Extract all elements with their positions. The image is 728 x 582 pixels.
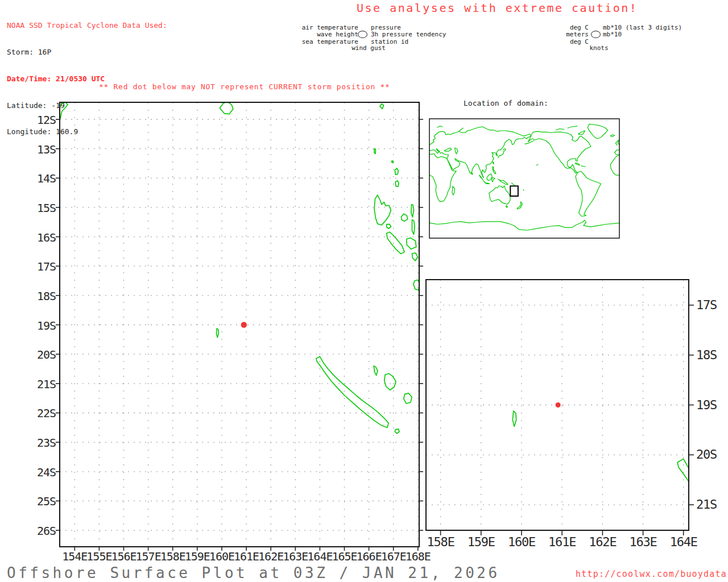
island-outline: [374, 366, 378, 376]
world-coastline: [610, 135, 614, 137]
buoy-plot-page: NOAA SSD Tropical Cyclone Data Used: Sto…: [0, 0, 728, 582]
axis-label: 168E: [401, 550, 435, 563]
world-coastline: [452, 186, 455, 195]
island-outline: [374, 195, 391, 225]
units-legend-right-column: mb*10 (last 3 digits) mb*10: [603, 24, 682, 39]
world-coastline: [523, 190, 524, 190]
world-coastline: [492, 178, 495, 182]
world-coastline: [455, 148, 458, 154]
world-coastline: [487, 174, 492, 181]
units-model-circle-icon: [591, 31, 601, 38]
legend-wind-gust: wind gust: [341, 45, 396, 52]
axis-label: 18S: [23, 289, 56, 303]
world-coastline: [616, 140, 620, 145]
world-inset-title: Location of domain:: [464, 99, 548, 107]
axis-label: 17S: [23, 260, 56, 273]
axis-label: 19S: [696, 398, 728, 412]
storm-position-dot: [556, 402, 561, 408]
storm-position-warning: ** Red dot below may NOT represent CURRE…: [99, 82, 390, 91]
main-surface-map: [60, 102, 419, 547]
island-outline: [220, 102, 233, 114]
island-outline: [677, 459, 728, 580]
world-coastline: [578, 131, 585, 135]
world-coastline: [429, 154, 456, 202]
axis-label: 13S: [23, 143, 56, 156]
station-model-circle-icon: [358, 31, 367, 38]
island-outline: [392, 161, 394, 163]
units-pressure-tendency: mb*10: [603, 31, 682, 38]
storm-datetime: Date/Time: 21/0530 UTC: [7, 74, 167, 84]
station-legend-left-column: air temperature wave height sea temperat…: [262, 24, 358, 45]
world-coastline: [528, 131, 591, 173]
axis-label: 15S: [23, 201, 56, 215]
world-coastline: [444, 148, 452, 151]
axis-label: 26S: [23, 524, 56, 538]
station-legend-right-column: pressure 3h pressure tendency station id: [371, 24, 446, 45]
island-outline: [412, 253, 418, 261]
world-coastline: [581, 166, 585, 167]
world-coastline: [610, 155, 619, 175]
axis-label: 21S: [696, 497, 728, 512]
credit-link[interactable]: http://coolwx.com/buoydata: [576, 569, 727, 579]
island-outline: [316, 356, 388, 427]
world-coastline: [493, 162, 494, 164]
axis-label: 21S: [23, 377, 56, 391]
axis-label: 12S: [23, 113, 56, 127]
axis-label: 24S: [23, 465, 56, 479]
world-coastline: [512, 183, 515, 185]
storm-id: Storm: 16P: [7, 48, 167, 57]
world-map-frame: [429, 119, 619, 238]
axis-label: 16S: [23, 231, 56, 244]
world-coastline: [556, 129, 564, 130]
legend-pressure-tendency: 3h pressure tendency: [371, 31, 446, 38]
axis-label: 23S: [23, 436, 56, 450]
island-outline: [411, 205, 414, 217]
world-coastline: [506, 206, 508, 208]
island-outline: [402, 214, 408, 221]
caution-banner: Use analyses with extreme caution!: [357, 1, 638, 15]
legend-wave-height: wave height: [262, 31, 358, 38]
axis-label: 158E: [420, 535, 461, 549]
axis-label: 162E: [582, 535, 623, 549]
island-outline: [387, 232, 404, 253]
world-coastline: [517, 206, 521, 209]
units-wave-height: meters: [532, 31, 589, 38]
axis-label: 20S: [23, 348, 56, 361]
world-coastline: [568, 126, 577, 128]
coastlines-group: [60, 102, 420, 434]
map-frame: [60, 102, 419, 547]
axis-label: 20S: [696, 447, 728, 462]
world-coastline: [588, 124, 607, 139]
axis-label: 18S: [696, 348, 728, 362]
island-outline: [395, 429, 399, 434]
world-coastline: [576, 171, 601, 216]
storm-position-dot: [241, 322, 247, 327]
axis-label: 160E: [501, 535, 542, 549]
axis-label: 159E: [461, 535, 502, 549]
island-outline: [395, 181, 399, 186]
world-coastline: [493, 167, 496, 174]
island-outline: [395, 168, 398, 174]
island-outline: [384, 373, 396, 390]
world-coastline: [429, 221, 619, 231]
world-coastline: [459, 128, 463, 131]
axis-label: 25S: [23, 494, 56, 508]
world-coastline: [498, 179, 508, 184]
world-coastline: [471, 173, 473, 175]
world-coastline: [615, 150, 619, 155]
domain-location-box: [510, 186, 518, 196]
axis-label: 161E: [541, 535, 582, 549]
plot-title: Offshore Surface Plot at 03Z / JAN 21, 2…: [7, 564, 500, 581]
axis-label: 19S: [23, 319, 56, 332]
storm-data-source: NOAA SSD Tropical Cyclone Data Used:: [7, 21, 167, 30]
world-coastline: [521, 202, 523, 206]
island-outline: [380, 104, 384, 109]
axis-label: 22S: [23, 406, 56, 420]
world-coastline: [429, 127, 531, 178]
island-outline: [374, 149, 375, 154]
axis-label: 164E: [663, 535, 704, 549]
zoom-inset-map: [426, 280, 689, 530]
island-outline: [412, 220, 415, 235]
island-outline: [387, 224, 391, 228]
world-coastline: [575, 163, 580, 165]
